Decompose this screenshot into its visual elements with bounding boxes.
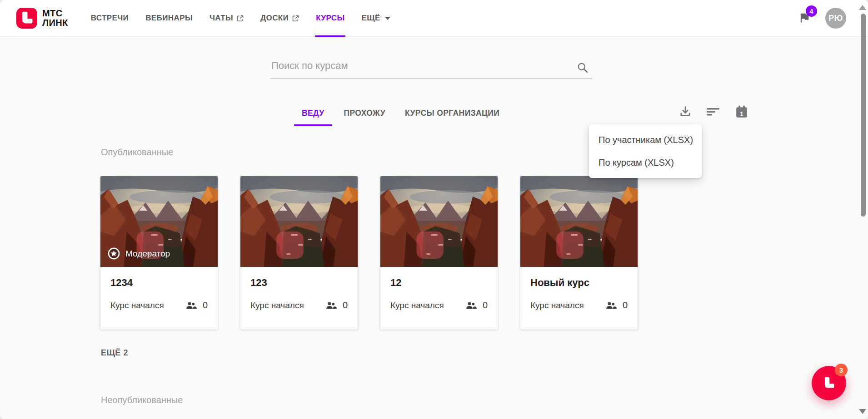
tab-organization-courses[interactable]: КУРСЫ ОРГАНИЗАЦИИ	[397, 102, 507, 126]
mts-link-logo[interactable]: МТС ЛИНК	[16, 8, 68, 29]
course-meta: Курс начался 0	[390, 300, 488, 311]
nav-item-webinars-label: ВЕБИНАРЫ	[145, 14, 193, 23]
export-menu-item-participants[interactable]: По участникам (XLSX)	[589, 128, 702, 151]
course-card-body: 123 Курс начался 0	[240, 267, 358, 311]
nav-item-webinars[interactable]: ВЕБИНАРЫ	[145, 0, 193, 37]
moderator-badge: Модератор	[108, 247, 170, 260]
people-icon	[466, 301, 477, 310]
course-meta: Курс начался 0	[250, 300, 348, 311]
nav-item-meetings-label: ВСТРЕЧИ	[91, 14, 129, 23]
nav-item-courses[interactable]: КУРСЫ	[316, 0, 344, 37]
top-navbar: МТС ЛИНК ВСТРЕЧИ ВЕБИНАРЫ ЧАТЫ ДОСКИ КУР…	[0, 0, 868, 37]
scrollbar-thumb[interactable]	[861, 14, 866, 217]
participants-number: 0	[203, 300, 208, 311]
people-icon	[326, 301, 337, 310]
support-chat-widget-button[interactable]: 3	[812, 366, 846, 400]
courses-page: МТС ЛИНК ВСТРЕЧИ ВЕБИНАРЫ ЧАТЫ ДОСКИ КУР…	[0, 0, 868, 419]
participants-number: 0	[343, 300, 348, 311]
main-nav: ВСТРЕЧИ ВЕБИНАРЫ ЧАТЫ ДОСКИ КУРСЫ ЕЩЁ	[91, 0, 390, 37]
nav-item-chats[interactable]: ЧАТЫ	[210, 0, 244, 37]
course-card-new[interactable]: Новый курс Курс начался 0	[520, 176, 638, 330]
course-status: Курс начался	[110, 301, 164, 311]
notifications-count-badge: 4	[806, 5, 817, 17]
tab-taking-label: ПРОХОЖУ	[344, 108, 385, 118]
course-cover-photo	[520, 176, 638, 267]
course-cover-photo	[240, 176, 358, 267]
user-avatar[interactable]: РЮ	[825, 8, 846, 29]
course-meta: Курс начался 0	[110, 300, 208, 311]
nav-item-more[interactable]: ЕЩЁ	[361, 0, 390, 37]
scrollbar-down-arrow[interactable]	[859, 409, 866, 414]
course-card-12[interactable]: 12 Курс начался 0	[380, 176, 498, 330]
brand-name-line2: ЛИНК	[42, 18, 68, 28]
nav-item-boards-label: ДОСКИ	[260, 14, 289, 23]
moderator-badge-label: Модератор	[125, 249, 170, 259]
courses-toolbar: 1	[678, 104, 749, 119]
participants-count: 0	[186, 300, 208, 311]
brand-name: МТС ЛИНК	[42, 9, 68, 28]
mts-link-logo-icon	[16, 8, 37, 29]
external-link-icon	[292, 15, 299, 22]
search-input[interactable]	[270, 54, 592, 79]
published-course-cards: Модератор 1234 Курс начался 0 123 Курс н…	[100, 176, 638, 330]
course-title: 12	[390, 277, 488, 289]
export-download-button[interactable]	[678, 104, 693, 119]
export-menu: По участникам (XLSX) По курсам (XLSX)	[589, 124, 702, 178]
people-icon	[186, 301, 197, 310]
mts-link-logo-icon	[819, 374, 838, 393]
participants-count: 0	[326, 300, 348, 311]
course-card-123[interactable]: 123 Курс начался 0	[240, 176, 358, 330]
search-icon[interactable]	[577, 62, 589, 74]
course-card-body: 12 Курс начался 0	[380, 267, 498, 311]
nav-item-meetings[interactable]: ВСТРЕЧИ	[91, 0, 129, 37]
brand-name-line1: МТС	[42, 9, 68, 18]
download-icon	[678, 105, 692, 118]
course-meta: Курс начался 0	[530, 300, 628, 311]
people-icon	[606, 301, 617, 310]
calendar-badge: 1	[734, 108, 749, 119]
course-card-body: Новый курс Курс начался 0	[520, 267, 638, 311]
course-cover-photo	[380, 176, 498, 267]
nav-item-boards[interactable]: ДОСКИ	[260, 0, 299, 37]
course-title: 123	[250, 277, 348, 289]
tab-taking[interactable]: ПРОХОЖУ	[336, 102, 393, 126]
participants-count: 0	[466, 300, 488, 311]
nav-item-courses-label: КУРСЫ	[316, 14, 344, 23]
nav-item-more-label: ЕЩЁ	[361, 14, 380, 23]
sort-icon	[707, 105, 720, 118]
moderator-star-icon	[108, 247, 120, 260]
chevron-down-icon	[385, 17, 390, 20]
scrollbar-up-arrow[interactable]	[859, 5, 866, 10]
tab-organization-courses-label: КУРСЫ ОРГАНИЗАЦИИ	[405, 108, 499, 118]
notifications-flag-button[interactable]: 4	[798, 11, 812, 25]
export-menu-item-courses[interactable]: По курсам (XLSX)	[589, 151, 702, 174]
sort-button[interactable]	[706, 104, 721, 119]
course-tabs: ВЕДУ ПРОХОЖУ КУРСЫ ОРГАНИЗАЦИИ	[294, 102, 507, 126]
support-unread-badge: 3	[835, 364, 848, 376]
nav-item-chats-label: ЧАТЫ	[210, 14, 233, 23]
course-status: Курс начался	[530, 301, 584, 311]
course-card-1234[interactable]: Модератор 1234 Курс начался 0	[100, 176, 218, 330]
tab-leading[interactable]: ВЕДУ	[294, 102, 332, 126]
external-link-icon	[237, 15, 244, 22]
show-more-button[interactable]: ЕЩЁ 2	[101, 348, 128, 358]
course-search	[270, 54, 592, 79]
course-title: Новый курс	[530, 277, 628, 289]
participants-number: 0	[483, 300, 488, 311]
tab-leading-label: ВЕДУ	[302, 108, 324, 118]
unpublished-section-title: Неопубликованные	[101, 395, 183, 405]
course-title: 1234	[110, 277, 208, 289]
course-status: Курс начался	[390, 301, 444, 311]
calendar-button[interactable]: 1	[734, 104, 749, 119]
header-actions: 4 РЮ	[798, 8, 846, 29]
course-card-body: 1234 Курс начался 0	[100, 267, 218, 311]
published-section-title: Опубликованные	[101, 147, 173, 158]
participants-count: 0	[606, 300, 628, 311]
participants-number: 0	[623, 300, 628, 311]
course-status: Курс начался	[250, 301, 304, 311]
